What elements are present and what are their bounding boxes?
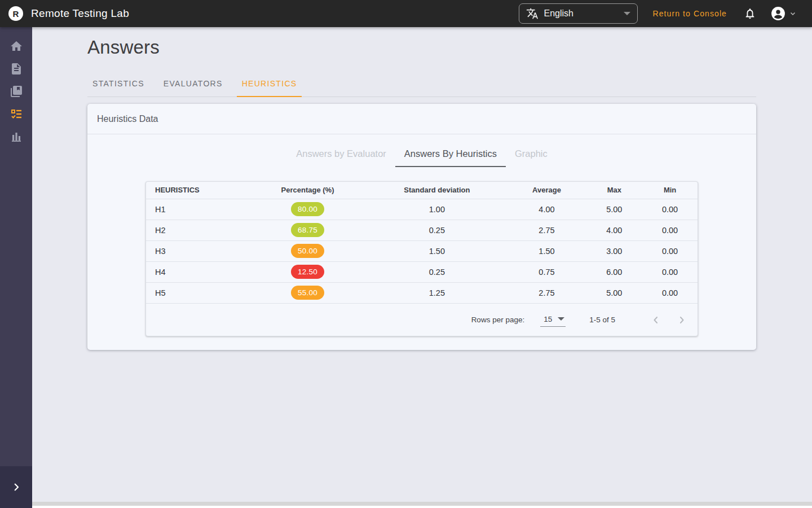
dropdown-caret-icon bbox=[558, 317, 564, 321]
notifications-bell-icon bbox=[744, 7, 756, 20]
chevron-down-icon bbox=[789, 10, 796, 17]
bar-chart-icon bbox=[10, 130, 23, 143]
main-content: Answers STATISTICS EVALUATORS HEURISTICS… bbox=[32, 27, 812, 502]
rows-per-page-label: Rows per page: bbox=[471, 316, 525, 324]
logo-icon: R bbox=[8, 6, 23, 21]
home-icon bbox=[10, 40, 23, 53]
heuristic-cell: H4 bbox=[146, 261, 249, 282]
heuristics-table-container: HEURISTICS Percentage (%) Standard devia… bbox=[145, 181, 698, 336]
chevron-right-icon bbox=[676, 314, 687, 326]
min-cell: 0.00 bbox=[642, 240, 698, 261]
page-tabs: STATISTICS EVALUATORS HEURISTICS bbox=[87, 72, 756, 97]
col-header-average: Average bbox=[508, 182, 586, 199]
translate-icon bbox=[526, 7, 539, 20]
subtab-answers-by-evaluator[interactable]: Answers by Evaluator bbox=[287, 143, 395, 167]
next-page-button[interactable] bbox=[674, 312, 690, 328]
sidebar-expand-button[interactable] bbox=[0, 466, 32, 508]
sidebar-item-statistics[interactable] bbox=[0, 125, 32, 148]
table-row: H5 55.00 1.25 2.75 5.00 0.00 bbox=[146, 282, 698, 303]
heuristic-cell: H3 bbox=[146, 240, 249, 261]
checklist-icon bbox=[10, 107, 23, 121]
percentage-badge: 12.50 bbox=[291, 265, 324, 279]
std-deviation-cell: 1.00 bbox=[367, 199, 507, 220]
rows-per-page-select[interactable]: 15 bbox=[540, 313, 566, 327]
chevron-right-icon bbox=[11, 482, 21, 492]
percentage-badge: 50.00 bbox=[291, 244, 324, 258]
horizontal-scrollbar-track bbox=[32, 502, 812, 508]
std-deviation-cell: 1.25 bbox=[367, 282, 507, 303]
percentage-badge: 68.75 bbox=[291, 223, 324, 237]
max-cell: 5.00 bbox=[586, 282, 642, 303]
std-deviation-cell: 0.25 bbox=[367, 261, 507, 282]
average-cell: 2.75 bbox=[508, 282, 586, 303]
heuristics-table: HEURISTICS Percentage (%) Standard devia… bbox=[146, 182, 698, 303]
app-title: Remote Testing Lab bbox=[31, 7, 129, 20]
col-header-percentage: Percentage (%) bbox=[249, 182, 367, 199]
col-header-max: Max bbox=[586, 182, 642, 199]
percentage-badge: 80.00 bbox=[291, 202, 324, 216]
table-row: H3 50.00 1.50 1.50 3.00 0.00 bbox=[146, 240, 698, 261]
sidebar bbox=[0, 27, 32, 508]
card-title: Heuristics Data bbox=[97, 114, 158, 124]
max-cell: 3.00 bbox=[586, 240, 642, 261]
horizontal-scrollbar-thumb[interactable] bbox=[32, 502, 812, 506]
min-cell: 0.00 bbox=[642, 199, 698, 220]
table-header-row: HEURISTICS Percentage (%) Standard devia… bbox=[146, 182, 698, 199]
max-cell: 4.00 bbox=[586, 220, 642, 240]
table-pagination: Rows per page: 15 1-5 of 5 bbox=[146, 303, 698, 336]
document-icon bbox=[10, 62, 23, 76]
std-deviation-cell: 1.50 bbox=[367, 240, 507, 261]
col-header-min: Min bbox=[642, 182, 698, 199]
table-row: H4 12.50 0.25 0.75 6.00 0.00 bbox=[146, 261, 698, 282]
heuristic-cell: H2 bbox=[146, 220, 249, 240]
language-value: English bbox=[544, 8, 573, 19]
average-cell: 4.00 bbox=[508, 199, 586, 220]
min-cell: 0.00 bbox=[642, 220, 698, 240]
heuristic-cell: H1 bbox=[146, 199, 249, 220]
page-title: Answers bbox=[87, 37, 756, 58]
min-cell: 0.00 bbox=[642, 282, 698, 303]
card-subtabs: Answers by Evaluator Answers By Heuristi… bbox=[87, 143, 756, 167]
sidebar-item-library[interactable] bbox=[0, 80, 32, 103]
library-books-icon bbox=[10, 85, 23, 98]
min-cell: 0.00 bbox=[642, 261, 698, 282]
language-selector[interactable]: English bbox=[519, 3, 638, 24]
return-to-console-link[interactable]: Return to Console bbox=[652, 9, 727, 18]
tab-statistics[interactable]: STATISTICS bbox=[87, 72, 149, 97]
col-header-heuristics: HEURISTICS bbox=[146, 182, 249, 199]
sidebar-item-home[interactable] bbox=[0, 35, 32, 58]
top-app-bar: R Remote Testing Lab English Return to C… bbox=[0, 0, 812, 27]
std-deviation-cell: 0.25 bbox=[367, 220, 507, 240]
average-cell: 2.75 bbox=[508, 220, 586, 240]
max-cell: 6.00 bbox=[586, 261, 642, 282]
account-menu-button[interactable] bbox=[771, 6, 796, 21]
account-circle-icon bbox=[771, 6, 785, 21]
notifications-button[interactable] bbox=[744, 7, 756, 20]
sidebar-item-documents[interactable] bbox=[0, 58, 32, 80]
pagination-range: 1-5 of 5 bbox=[589, 316, 615, 324]
heuristic-cell: H5 bbox=[146, 282, 249, 303]
rows-per-page-value: 15 bbox=[544, 315, 552, 323]
tab-heuristics[interactable]: HEURISTICS bbox=[237, 72, 302, 97]
percentage-badge: 55.00 bbox=[291, 286, 324, 300]
previous-page-button[interactable] bbox=[648, 312, 664, 328]
max-cell: 5.00 bbox=[586, 199, 642, 220]
dropdown-caret-icon bbox=[624, 12, 630, 15]
sidebar-item-heuristics[interactable] bbox=[0, 103, 32, 125]
subtab-graphic[interactable]: Graphic bbox=[506, 143, 557, 167]
card-header: Heuristics Data bbox=[87, 104, 756, 134]
table-row: H2 68.75 0.25 2.75 4.00 0.00 bbox=[146, 220, 698, 240]
chevron-left-icon bbox=[650, 314, 661, 326]
heuristics-data-card: Heuristics Data Answers by Evaluator Ans… bbox=[87, 104, 756, 350]
tab-evaluators[interactable]: EVALUATORS bbox=[158, 72, 228, 97]
app-logo: R Remote Testing Lab bbox=[0, 6, 129, 21]
average-cell: 1.50 bbox=[508, 240, 586, 261]
table-row: H1 80.00 1.00 4.00 5.00 0.00 bbox=[146, 199, 698, 220]
col-header-std: Standard deviation bbox=[367, 182, 507, 199]
average-cell: 0.75 bbox=[508, 261, 586, 282]
subtab-answers-by-heuristics[interactable]: Answers By Heuristics bbox=[395, 143, 506, 167]
